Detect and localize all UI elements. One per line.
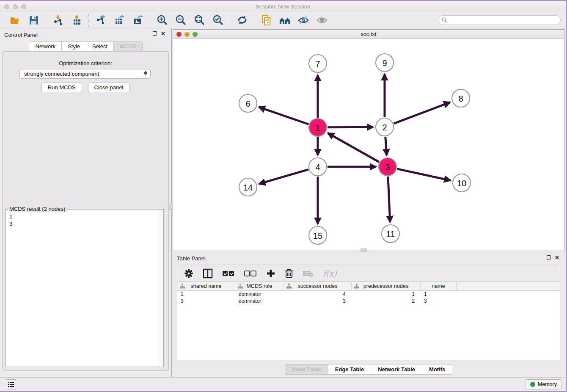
close-panel-icon[interactable]: ✕ [161, 31, 165, 36]
table-cell[interactable]: dominator [235, 291, 284, 298]
column-header-successor-nodes[interactable]: successor nodes [284, 282, 352, 290]
node-table[interactable]: shared nameMCDS rolesuccessor nodesprede… [177, 282, 560, 360]
graph-node-4[interactable]: 4 [309, 158, 327, 176]
open-session-icon[interactable] [9, 14, 21, 26]
graph-edge-3-1[interactable] [328, 133, 379, 162]
table-cell[interactable]: dominator [235, 298, 284, 304]
save-session-icon[interactable] [28, 14, 40, 26]
show-all-icon[interactable] [316, 14, 328, 26]
zoom-out-icon[interactable] [175, 14, 187, 26]
settings-gear-icon[interactable] [184, 269, 193, 278]
table-cell[interactable]: 2 [352, 298, 421, 304]
table-cell[interactable]: 3 [284, 298, 352, 304]
task-history-button[interactable] [6, 379, 16, 389]
select-all-icon[interactable] [222, 270, 235, 277]
status-bar: Memory [0, 377, 566, 391]
optimization-criterion-select[interactable]: strongly connected component [19, 69, 151, 79]
deselect-all-icon[interactable] [244, 270, 257, 277]
svg-text:7: 7 [315, 59, 320, 69]
tab-network[interactable]: Network [29, 41, 62, 51]
svg-text:15: 15 [313, 231, 322, 240]
column-header-name[interactable]: name [421, 282, 457, 290]
table-cell[interactable]: 3 [177, 298, 235, 304]
graph-edge-3-10[interactable] [397, 169, 450, 180]
control-panel: Control Panel ✕ NetworkStyleSelectMCDS O… [0, 28, 171, 377]
function-builder-icon[interactable]: f(x) [323, 269, 337, 278]
table-cell[interactable]: 3 [421, 298, 457, 304]
graph-node-11[interactable]: 11 [382, 225, 399, 243]
graph-edge-2-3[interactable] [385, 137, 387, 155]
graph-node-6[interactable]: 6 [239, 94, 257, 112]
svg-text:4: 4 [315, 163, 320, 172]
svg-text:3: 3 [385, 163, 390, 172]
delete-table-icon[interactable] [303, 270, 314, 277]
table-cell[interactable]: 1 [177, 291, 235, 298]
horizontal-splitter-handle[interactable] [361, 248, 367, 252]
column-header-predecessor-nodes[interactable]: predecessor nodes [352, 282, 421, 290]
run-mcds-button[interactable]: Run MCDS [41, 83, 82, 92]
import-network-icon[interactable] [52, 14, 64, 26]
float-panel-icon[interactable] [153, 31, 157, 36]
zoom-in-icon[interactable] [156, 14, 168, 26]
graph-node-7[interactable]: 7 [309, 55, 327, 72]
memory-status-dot [530, 382, 535, 387]
network-title: scc.txt [173, 31, 564, 37]
graph-edge-3-11[interactable] [388, 177, 390, 222]
tab-style[interactable]: Style [62, 41, 86, 51]
svg-text:6: 6 [245, 99, 250, 108]
table-cell[interactable]: 4 [284, 291, 352, 298]
graph-node-2[interactable]: 2 [376, 118, 394, 136]
network-window: x − + scc.txt 7968124314101511 [173, 29, 564, 251]
tab-select[interactable]: Select [86, 41, 114, 51]
column-header-shared-name[interactable]: shared name [177, 282, 235, 290]
graph-edge-4-14[interactable] [259, 169, 308, 184]
import-table-icon[interactable] [71, 14, 83, 26]
hide-selected-icon[interactable] [297, 14, 309, 26]
table-cell[interactable]: 1 [352, 291, 421, 298]
first-neighbors-icon[interactable] [279, 14, 291, 26]
export-image-icon[interactable] [132, 14, 144, 26]
graph-node-8[interactable]: 8 [452, 89, 470, 107]
table-close-icon[interactable]: ✕ [555, 255, 559, 260]
search-input[interactable] [438, 15, 561, 25]
graph-edge-1-2[interactable] [328, 127, 373, 127]
tab-network-table[interactable]: Network Table [371, 364, 422, 375]
export-table-icon[interactable] [113, 14, 125, 26]
tab-node-table[interactable]: Node Table [285, 364, 328, 375]
svg-text:14: 14 [243, 183, 253, 192]
memory-button[interactable]: Memory [526, 379, 561, 389]
graph-node-10[interactable]: 10 [453, 174, 471, 192]
graph-node-3[interactable]: 3 [379, 158, 396, 176]
delete-column-icon[interactable] [285, 268, 293, 278]
table-row[interactable]: 3dominator323 [177, 298, 560, 304]
graph-node-9[interactable]: 9 [376, 54, 394, 72]
tab-mcds[interactable]: MCDS [114, 41, 142, 51]
graph-node-14[interactable]: 14 [239, 178, 257, 196]
duplicate-network-icon[interactable] [260, 14, 272, 26]
graph-node-15[interactable]: 15 [309, 226, 327, 244]
result-scrollbar[interactable] [158, 210, 163, 366]
export-network-icon[interactable] [95, 14, 107, 26]
table-header-row: shared nameMCDS rolesuccessor nodesprede… [177, 282, 560, 291]
tab-edge-table[interactable]: Edge Table [328, 364, 371, 375]
graph-node-1[interactable]: 1 [309, 119, 327, 136]
list-icon [8, 381, 14, 387]
column-layout-icon[interactable] [203, 268, 213, 279]
apply-layout-icon[interactable] [236, 14, 248, 26]
close-panel-button[interactable]: Close panel [88, 83, 130, 92]
tab-motifs[interactable]: Motifs [422, 364, 452, 375]
zoom-selected-icon[interactable] [212, 14, 224, 26]
application-window: Session: New Session [0, 0, 567, 392]
network-canvas[interactable]: 7968124314101511 [173, 39, 564, 251]
graph-edge-1-6[interactable] [259, 107, 309, 124]
control-tabs: NetworkStyleSelectMCDS [0, 41, 171, 51]
svg-text:2: 2 [382, 123, 387, 132]
main-titlebar: Session: New Session [0, 1, 566, 12]
table-float-icon[interactable] [547, 255, 551, 259]
fit-content-icon[interactable] [193, 14, 205, 26]
column-header-MCDS-role[interactable]: MCDS role [235, 282, 284, 290]
add-column-icon[interactable] [266, 269, 275, 278]
graph-edge-2-8[interactable] [394, 102, 450, 124]
table-cell[interactable]: 1 [421, 291, 457, 298]
table-row[interactable]: 1dominator411 [177, 291, 560, 298]
